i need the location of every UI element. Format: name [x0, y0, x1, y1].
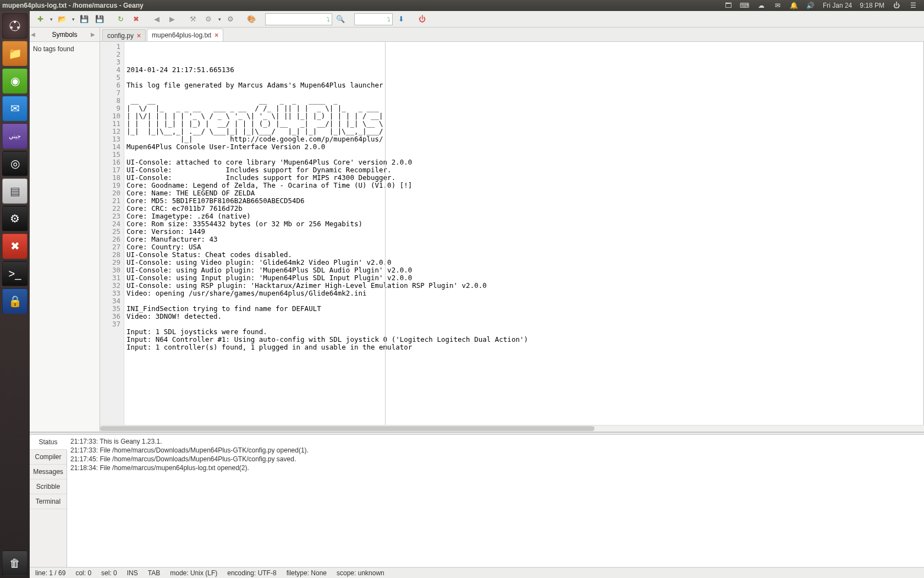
message-body[interactable]: 21:17:33: This is Geany 1.23.1.21:17:33:…: [67, 435, 924, 567]
code-line[interactable]: |_| |_|\__,_| .__/ \___|_| |_|\___/ |_| …: [127, 128, 921, 135]
tray-date[interactable]: Fri Jan 24: [823, 2, 852, 9]
code-line[interactable]: UI-Console: Includes support for MIPS r4…: [127, 174, 921, 182]
power-icon[interactable]: ⏻: [892, 1, 901, 10]
tray-time[interactable]: 9:18 PM: [860, 2, 884, 9]
message-tab-compiler[interactable]: Compiler: [30, 450, 67, 465]
code-line[interactable]: UI-Console: using Video plugin: 'Glide64…: [127, 259, 921, 266]
code-line[interactable]: Core: Name: THE LEGEND OF ZELDA: [127, 189, 921, 197]
code-line[interactable]: Core: MD5: 5BD1FE107BF8106B2AB6650ABECD5…: [127, 197, 921, 205]
sidebar-tab-right-icon[interactable]: ▶: [91, 31, 98, 37]
code-line[interactable]: Input: 1 controller(s) found, 1 plugged …: [127, 343, 921, 351]
message-tab-status[interactable]: Status: [30, 435, 67, 450]
build-button[interactable]: ⚙: [201, 13, 216, 26]
notifications-icon[interactable]: 🔔: [790, 1, 799, 10]
code-line[interactable]: [127, 89, 921, 97]
launcher-files[interactable]: 📁: [2, 41, 28, 66]
launcher-disks[interactable]: ◎: [2, 151, 28, 176]
jump-icon[interactable]: ⤵: [387, 16, 391, 23]
code-line[interactable]: Core: Manufacturer: 43: [127, 236, 921, 243]
jump-button[interactable]: ⬇: [394, 13, 408, 26]
horizontal-scrollbar[interactable]: [100, 425, 924, 432]
run-button[interactable]: ⚙: [223, 13, 238, 26]
code-line[interactable]: Core: Goodname: Legend of Zelda, The - O…: [127, 182, 921, 189]
code-line[interactable]: [127, 297, 921, 305]
code-line[interactable]: Video: opening /usr/share/games/mupen64p…: [127, 290, 921, 297]
session-icon[interactable]: ☰: [909, 1, 917, 10]
code-line[interactable]: | \/ |_ _ _ __ ___ _ __ / /_ | || | | _ …: [127, 105, 921, 112]
save-all-button[interactable]: 💾: [92, 13, 107, 26]
cloud-icon[interactable]: ☁: [757, 1, 766, 10]
code-line[interactable]: 2014-01-24 21:17:51.665136: [127, 66, 921, 74]
launcher-mail[interactable]: ✉: [2, 96, 28, 121]
code-line[interactable]: INI_FindSection trying to find name for …: [127, 305, 921, 313]
code-line[interactable]: [127, 151, 921, 159]
build-dropdown[interactable]: ▾: [217, 17, 222, 22]
goto-line-icon[interactable]: ⤵: [327, 16, 330, 23]
code-line[interactable]: UI-Console Status: Cheat codes disabled.: [127, 251, 921, 259]
code-line[interactable]: Core: Version: 1449: [127, 228, 921, 236]
code-line[interactable]: This log file generated by Marcus Adams'…: [127, 81, 921, 89]
tab-close-icon[interactable]: ×: [137, 32, 141, 40]
code-line[interactable]: Input: 1 SDL joysticks were found.: [127, 328, 921, 336]
code-content[interactable]: 2014-01-24 21:17:51.665136This log file …: [124, 42, 923, 425]
top-menubar: mupen64plus-log.txt - /home/marcus - Gea…: [0, 0, 924, 11]
launcher-app-purple[interactable]: جيني: [2, 123, 28, 149]
open-file-dropdown[interactable]: ▾: [70, 17, 76, 22]
message-tab-messages[interactable]: Messages: [30, 465, 67, 479]
color-chooser-button[interactable]: 🎨: [244, 13, 258, 26]
launcher-terminal[interactable]: >_: [2, 261, 28, 286]
launcher-trash[interactable]: 🗑: [2, 550, 28, 576]
reload-button[interactable]: ↻: [113, 13, 128, 26]
code-line[interactable]: Core: Country: USA: [127, 243, 921, 251]
nav-forward-button[interactable]: ▶: [165, 13, 179, 26]
code-editor[interactable]: 1234567891011121314151617181920212223242…: [100, 42, 924, 425]
code-line[interactable]: [127, 320, 921, 328]
launcher-dash[interactable]: [2, 13, 28, 39]
quit-button[interactable]: ⏻: [415, 13, 429, 26]
launcher-keyring[interactable]: 🔒: [2, 288, 28, 314]
launcher-close-app[interactable]: ✖: [2, 233, 28, 259]
sidebar-tab-symbols[interactable]: ◀ Symbols ▶: [30, 28, 100, 42]
code-line[interactable]: __ __ __ _ _ ____ _: [127, 97, 921, 105]
save-button[interactable]: 💾: [77, 13, 91, 26]
tab-mupen64plus-log[interactable]: mupen64plus-log.txt ×: [147, 29, 223, 41]
new-file-dropdown[interactable]: ▾: [48, 17, 54, 22]
scrollbar-thumb[interactable]: [100, 426, 595, 431]
code-line[interactable]: [127, 74, 921, 81]
volume-icon[interactable]: 🔊: [806, 1, 815, 10]
software-updater-icon[interactable]: 🗔: [724, 1, 733, 10]
new-file-button[interactable]: ✚: [33, 13, 47, 26]
code-line[interactable]: UI-Console: Includes support for Dynamic…: [127, 166, 921, 174]
goto-line-input[interactable]: [265, 13, 332, 25]
tab-config-py[interactable]: config.py ×: [102, 29, 146, 41]
messages-icon[interactable]: ✉: [773, 1, 782, 10]
tab-close-icon[interactable]: ×: [215, 31, 218, 39]
code-line[interactable]: | |\/| | | | | '_ \ / _ \ '_ \| '_ \| ||…: [127, 112, 921, 120]
compile-button[interactable]: ⚒: [186, 13, 200, 26]
nav-back-button[interactable]: ◀: [150, 13, 164, 26]
code-line[interactable]: | | | | |_| | |_) | __/ | | | (_) |__ _|…: [127, 120, 921, 128]
code-line[interactable]: Video: 3DNOW! detected.: [127, 313, 921, 320]
code-line[interactable]: Core: CRC: ec7011b7 7616d72b: [127, 205, 921, 212]
message-line: 21:17:45: File /home/marcus/Downloads/Mu…: [70, 455, 921, 464]
launcher-textedit[interactable]: ▤: [2, 178, 28, 204]
launcher-chrome[interactable]: ◉: [2, 68, 28, 94]
message-tab-scribble[interactable]: Scribble: [30, 479, 67, 494]
code-line[interactable]: UI-Console: using Audio plugin: 'Mupen64…: [127, 266, 921, 274]
sidebar-tab-left-icon[interactable]: ◀: [31, 31, 38, 37]
launcher-steam[interactable]: ⚙: [2, 206, 28, 231]
code-line[interactable]: UI-Console: using Input plugin: 'Mupen64…: [127, 274, 921, 282]
code-line[interactable]: Mupen64Plus Console User-Interface Versi…: [127, 143, 921, 151]
open-file-button[interactable]: 📂: [55, 13, 69, 26]
close-file-button[interactable]: ✖: [129, 13, 143, 26]
code-line[interactable]: Core: Rom size: 33554432 bytes (or 32 Mb…: [127, 220, 921, 228]
code-line[interactable]: UI-Console: attached to core library 'Mu…: [127, 159, 921, 166]
code-line[interactable]: Core: Imagetype: .z64 (native): [127, 212, 921, 220]
code-line[interactable]: UI-Console: using RSP plugin: 'Hacktarux…: [127, 282, 921, 290]
status-sel: sel: 0: [101, 569, 117, 577]
keyboard-icon[interactable]: ⌨: [740, 1, 749, 10]
search-button[interactable]: 🔍: [333, 13, 348, 26]
code-line[interactable]: Input: N64 Controller #1: Using auto-con…: [127, 336, 921, 343]
message-tab-terminal[interactable]: Terminal: [30, 494, 67, 509]
code-line[interactable]: |_| http://code.google.com/p/mupen64plus…: [127, 135, 921, 143]
